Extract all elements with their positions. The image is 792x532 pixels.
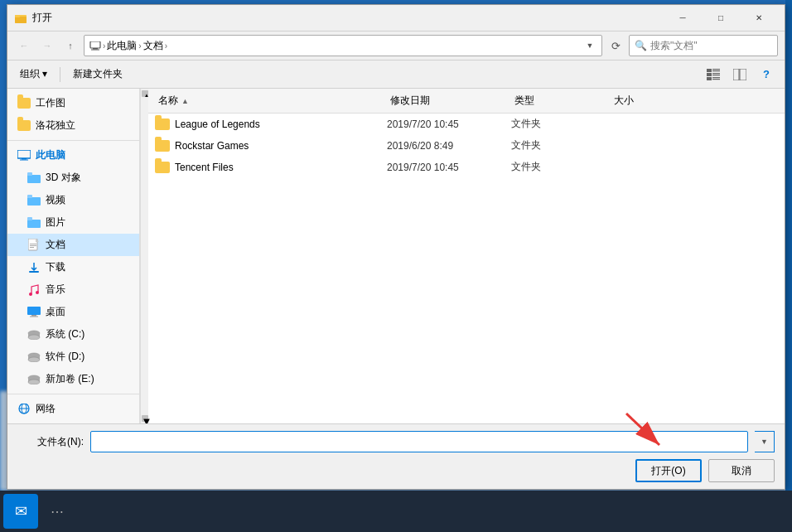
sidebar-item-d-drive[interactable]: 软件 (D:) — [7, 346, 139, 368]
svg-rect-18 — [22, 158, 27, 160]
sidebar-item-downloads[interactable]: 下载 — [7, 256, 139, 278]
breadcrumb-this-pc: 此电脑 — [107, 39, 137, 53]
search-input[interactable] — [650, 40, 750, 51]
close-button[interactable]: ✕ — [740, 5, 778, 31]
cancel-button[interactable]: 取消 — [708, 459, 775, 482]
file-name-tencent: Tencent Files — [155, 162, 387, 173]
col-header-type[interactable]: 类型 — [511, 92, 611, 109]
sidebar-container: 工作图 洛花独立 — [7, 89, 148, 423]
svg-rect-16 — [740, 69, 746, 80]
col-header-name[interactable]: 名称 ▲ — [155, 92, 387, 109]
file-date-tencent: 2019/7/20 10:45 — [387, 162, 511, 173]
pane-button[interactable] — [728, 65, 751, 85]
sidebar-item-video[interactable]: 视频 — [7, 189, 139, 211]
sidebar-item-c-drive[interactable]: 系统 (C:) — [7, 323, 139, 346]
filename-dropdown-arrow[interactable]: ▼ — [755, 431, 775, 452]
open-button[interactable]: 打开(O) — [635, 459, 702, 482]
up-button[interactable]: ↑ — [60, 36, 80, 56]
forward-button[interactable]: → — [37, 36, 57, 56]
window-controls: ─ □ ✕ — [664, 5, 778, 31]
taskbar-dots-icon[interactable]: ⋯ — [40, 494, 75, 529]
scrollbar-down[interactable]: ▼ — [142, 415, 148, 422]
bottom-area: 文件名(N): ▼ 打开(O) 取消 — [7, 423, 785, 489]
music-icon — [27, 283, 41, 297]
back-button[interactable]: ← — [14, 36, 34, 56]
folder-icon — [17, 119, 31, 133]
refresh-button[interactable]: ⟳ — [606, 36, 625, 56]
svg-rect-23 — [27, 197, 41, 206]
breadcrumb-documents: 文档 — [143, 39, 163, 53]
address-dropdown-arrow[interactable]: ▼ — [583, 36, 596, 56]
help-button[interactable]: ? — [755, 65, 778, 85]
sidebar-item-work-pic[interactable]: 工作图 — [7, 92, 139, 114]
filename-label: 文件名(N): — [17, 435, 84, 449]
sidebar-item-this-pc[interactable]: 此电脑 — [7, 144, 139, 167]
file-name-rockstar: Rockstar Games — [155, 140, 387, 152]
col-header-size[interactable]: 大小 — [611, 92, 677, 109]
folder-icon-tencent — [155, 162, 170, 173]
e-drive-icon — [27, 373, 41, 386]
address-input-container[interactable]: › 此电脑 › 文档 › ▼ — [84, 35, 602, 56]
maximize-button[interactable]: □ — [702, 5, 740, 31]
dialog-icon — [14, 12, 27, 25]
scrollbar-track — [142, 97, 148, 415]
svg-rect-31 — [29, 271, 39, 273]
svg-rect-28 — [30, 244, 36, 244]
search-icon: 🔍 — [635, 40, 647, 51]
sidebar-scrollbar: ▲ ▼ — [140, 89, 148, 423]
file-name-lol: League of Legends — [155, 118, 387, 130]
svg-rect-13 — [712, 77, 720, 78]
pc-icon — [17, 149, 31, 162]
view-toggle-button[interactable] — [702, 65, 725, 85]
column-headers: 名称 ▲ 修改日期 类型 大小 — [148, 89, 785, 114]
file-type-tencent: 文件夹 — [511, 160, 611, 174]
svg-rect-19 — [20, 160, 28, 161]
svg-rect-34 — [27, 307, 41, 315]
svg-rect-3 — [90, 41, 100, 48]
sidebar-item-luohua[interactable]: 洛花独立 — [7, 114, 139, 137]
taskbar-mail-icon[interactable]: ✉ — [3, 494, 38, 529]
action-row: 打开(O) 取消 — [17, 459, 775, 482]
organize-button[interactable]: 组织 ▾ — [14, 64, 53, 85]
sidebar-item-music[interactable]: 音乐 — [7, 278, 139, 301]
sidebar-item-desktop[interactable]: 桌面 — [7, 301, 139, 323]
svg-point-39 — [28, 335, 40, 340]
desktop-icon — [27, 306, 41, 319]
file-row-lol[interactable]: League of Legends 2019/7/20 10:45 文件夹 — [148, 114, 785, 135]
network-icon — [17, 403, 31, 416]
svg-rect-10 — [712, 73, 720, 74]
file-row-rockstar[interactable]: Rockstar Games 2019/6/20 8:49 文件夹 — [148, 135, 785, 157]
filename-row: 文件名(N): ▼ — [17, 431, 775, 452]
filename-input[interactable] — [90, 431, 748, 452]
svg-rect-30 — [30, 247, 34, 248]
sidebar-item-documents[interactable]: 文档 — [7, 234, 139, 256]
svg-point-45 — [28, 380, 40, 384]
file-type-rockstar: 文件夹 — [511, 138, 611, 152]
sidebar-item-pictures[interactable]: 图片 — [7, 211, 139, 234]
breadcrumb-computer — [89, 41, 101, 51]
folder-icon — [17, 97, 31, 110]
col-header-date[interactable]: 修改日期 — [387, 92, 511, 109]
minimize-button[interactable]: ─ — [664, 5, 702, 31]
toolbar: 组织 ▾ 新建文件夹 — [7, 60, 785, 89]
sort-arrow: ▲ — [181, 97, 189, 105]
file-row-tencent[interactable]: Tencent Files 2019/7/20 10:45 文件夹 — [148, 157, 785, 178]
new-folder-button[interactable]: 新建文件夹 — [67, 64, 128, 85]
svg-rect-6 — [707, 69, 712, 72]
scrollbar-up[interactable]: ▲ — [142, 90, 148, 97]
svg-rect-24 — [27, 195, 32, 198]
c-drive-icon — [27, 328, 41, 341]
svg-point-42 — [28, 357, 40, 362]
content-area: 工作图 洛花独立 — [7, 89, 785, 423]
sidebar-item-3d-objects[interactable]: 3D 对象 — [7, 167, 139, 189]
file-type-lol: 文件夹 — [511, 117, 611, 131]
open-file-dialog: 打开 ─ □ ✕ ← → ↑ — [7, 4, 785, 490]
svg-rect-26 — [27, 217, 32, 220]
folder-3d-icon — [27, 172, 41, 185]
sidebar-item-network[interactable]: 网络 — [7, 398, 139, 420]
search-container[interactable]: 🔍 — [629, 35, 778, 56]
svg-rect-4 — [93, 48, 98, 50]
sidebar-item-e-drive[interactable]: 新加卷 (E:) — [7, 368, 139, 390]
svg-rect-8 — [712, 70, 720, 71]
file-date-rockstar: 2019/6/20 8:49 — [387, 140, 511, 152]
